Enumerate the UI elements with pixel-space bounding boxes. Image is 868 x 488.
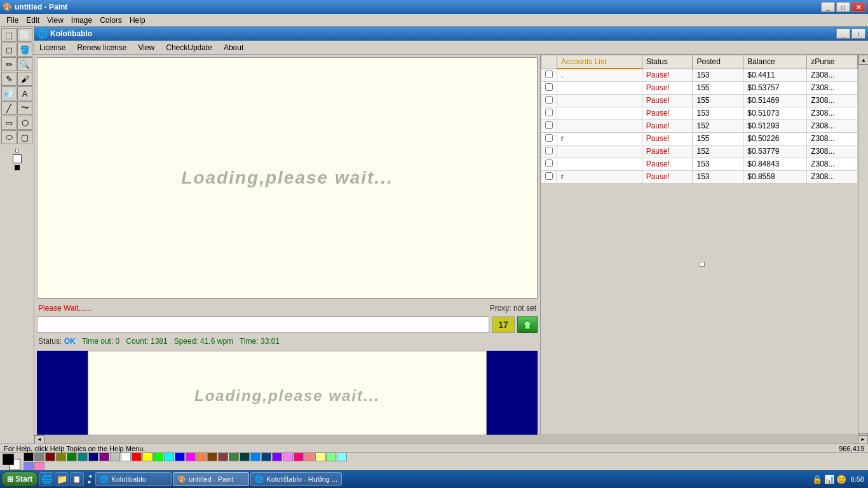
captcha-input[interactable]	[37, 316, 489, 333]
palette-color-swatch[interactable]	[283, 452, 293, 461]
menu-help[interactable]: Help	[126, 15, 149, 26]
row-checkbox[interactable]	[545, 109, 553, 116]
fill-tool[interactable]: 🪣	[17, 43, 32, 57]
polygon-tool[interactable]: ⬡	[17, 116, 32, 130]
row-checkbox[interactable]	[545, 172, 553, 180]
row-checkbox-cell[interactable]	[541, 132, 557, 145]
palette-color-swatch[interactable]	[24, 452, 34, 461]
palette-color-swatch[interactable]	[294, 452, 304, 461]
foreground-color-box[interactable]	[3, 454, 14, 465]
eraser-tool[interactable]: ◻	[1, 43, 17, 57]
palette-color-swatch[interactable]	[164, 452, 174, 461]
palette-color-swatch[interactable]	[326, 452, 336, 461]
row-checkbox[interactable]	[545, 96, 553, 104]
extra-icon[interactable]: 📋	[70, 472, 84, 486]
palette-color-swatch[interactable]	[34, 452, 44, 461]
rounded-rect-tool[interactable]: ▢	[17, 130, 32, 144]
row-checkbox[interactable]	[545, 71, 553, 78]
palette-color-swatch[interactable]	[56, 452, 66, 461]
palette-color-swatch[interactable]	[45, 452, 55, 461]
title-bar-controls[interactable]: _ □ ✕	[821, 2, 865, 12]
palette-color-swatch[interactable]	[186, 452, 196, 461]
airbrush-tool[interactable]: 💨	[1, 86, 17, 100]
palette-color-swatch[interactable]	[304, 452, 315, 461]
menu-file[interactable]: File	[3, 15, 22, 26]
palette-color-swatch[interactable]	[121, 452, 131, 461]
palette-color-swatch[interactable]	[67, 452, 77, 461]
row-checkbox[interactable]	[545, 121, 553, 129]
row-checkbox-cell[interactable]	[541, 158, 557, 170]
ie-icon[interactable]: 🌐	[39, 472, 53, 486]
kolo-menu-license[interactable]: License	[37, 42, 68, 53]
pencil-tool[interactable]: ✎	[1, 72, 17, 86]
row-checkbox-cell[interactable]	[541, 94, 557, 107]
kolo-menu-about[interactable]: About	[221, 42, 246, 53]
row-checkbox-cell[interactable]	[541, 69, 557, 81]
palette-color-swatch[interactable]	[110, 452, 120, 461]
scroll-left-btn[interactable]: ◄	[34, 435, 44, 444]
menu-view[interactable]: View	[43, 15, 67, 26]
free-select-tool[interactable]: ⬚	[1, 28, 17, 42]
palette-color-swatch[interactable]	[99, 452, 109, 461]
palette-color-swatch[interactable]	[218, 452, 228, 461]
kolo-vscroll[interactable]: ▲ ▼	[858, 55, 868, 444]
maximize-button[interactable]: □	[836, 2, 850, 12]
row-checkbox-cell[interactable]	[541, 170, 557, 183]
palette-color-swatch[interactable]	[240, 452, 250, 461]
explorer-icon[interactable]: 📁	[55, 472, 69, 486]
row-checkbox[interactable]	[545, 134, 553, 142]
kolo-scroll-btn[interactable]: ↕	[851, 29, 865, 39]
palette-color-swatch[interactable]	[315, 452, 325, 461]
palette-color-swatch[interactable]	[142, 452, 153, 461]
ellipse-tool[interactable]: ⬭	[1, 130, 17, 144]
row-checkbox-cell[interactable]	[541, 119, 557, 132]
start-button[interactable]: ⊞ Start	[1, 471, 38, 487]
palette-color-swatch[interactable]	[34, 462, 44, 471]
minimize-button[interactable]: _	[821, 2, 835, 12]
curve-tool[interactable]: 〜	[17, 101, 32, 115]
brush-tool[interactable]: 🖌	[17, 72, 32, 86]
palette-color-swatch[interactable]	[196, 452, 207, 461]
row-checkbox[interactable]	[545, 159, 553, 167]
accounts-scroll-area[interactable]: Accounts List Status Posted Balance zPur…	[541, 55, 858, 249]
row-checkbox-cell[interactable]	[541, 81, 557, 94]
line-tool[interactable]: ╱	[1, 101, 17, 115]
taskbar-app-paint[interactable]: 🎨 untitled - Paint	[173, 472, 249, 486]
menu-image[interactable]: Image	[67, 15, 96, 26]
menu-colors[interactable]: Colors	[96, 15, 126, 26]
palette-color-swatch[interactable]	[175, 452, 185, 461]
rect-tool[interactable]: ▭	[1, 116, 17, 130]
text-tool[interactable]: A	[17, 86, 32, 100]
rect-select-tool[interactable]: ⬜	[17, 28, 32, 42]
kolo-menu-view[interactable]: View	[135, 42, 157, 53]
palette-color-swatch[interactable]	[24, 462, 34, 471]
row-checkbox-cell[interactable]	[541, 145, 557, 158]
scroll-right-btn[interactable]: ►	[858, 435, 868, 444]
taskbar-app-kolotibablo[interactable]: 🌐 Kolotibablo	[95, 472, 172, 486]
row-checkbox[interactable]	[545, 83, 553, 91]
palette-color-swatch[interactable]	[88, 452, 98, 461]
row-checkbox-cell[interactable]	[541, 107, 557, 119]
palette-color-swatch[interactable]	[78, 452, 88, 461]
kolo-menu-checkupdate[interactable]: CheckUpdate	[163, 42, 215, 53]
palette-color-swatch[interactable]	[229, 452, 239, 461]
palette-color-swatch[interactable]	[207, 452, 217, 461]
eyedropper-tool[interactable]: ✏	[1, 57, 17, 71]
palette-color-swatch[interactable]	[153, 452, 163, 461]
close-button[interactable]: ✕	[851, 2, 865, 12]
palette-color-swatch[interactable]	[250, 452, 261, 461]
taskbar-arrows[interactable]: ◄►	[85, 472, 94, 486]
kolo-minimize-btn[interactable]: _	[836, 29, 850, 39]
vscroll-up-btn[interactable]: ▲	[858, 55, 868, 65]
palette-color-swatch[interactable]	[272, 452, 282, 461]
row-checkbox[interactable]	[545, 147, 553, 154]
kolo-menu-renew[interactable]: Renew license	[74, 42, 129, 53]
taskbar-app-kolo2[interactable]: 🌐 KolotiBablo - Hướng ...	[250, 472, 342, 486]
palette-color-swatch[interactable]	[261, 452, 271, 461]
submit-button[interactable]	[517, 316, 538, 333]
palette-color-swatch[interactable]	[337, 452, 347, 461]
magnify-tool[interactable]: 🔍	[17, 57, 32, 71]
menu-edit[interactable]: Edit	[22, 15, 43, 26]
palette-color-swatch[interactable]	[132, 452, 142, 461]
h-scrollbar[interactable]: ◄ ►	[34, 435, 868, 444]
